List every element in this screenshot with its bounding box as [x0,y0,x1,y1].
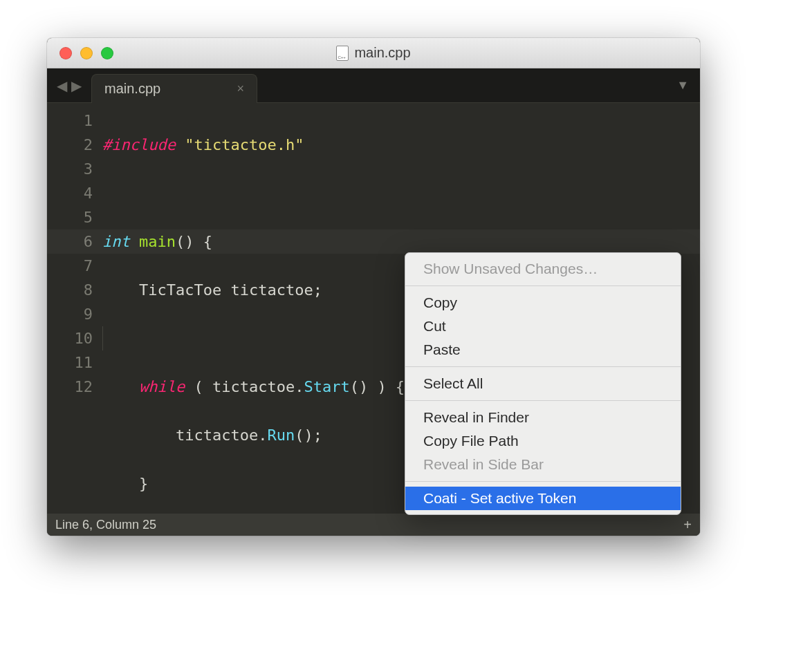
menu-show-unsaved[interactable]: Show Unsaved Changes… [405,257,681,281]
menu-copy[interactable]: Copy [405,291,681,315]
line-number: 6 [47,229,93,254]
tok: include [111,136,176,153]
tok: tictactoe; [221,281,322,299]
tab-overflow-icon[interactable]: ▼ [676,78,689,93]
file-icon [336,46,349,61]
line-number: 2 [47,133,93,157]
line-gutter: 1 2 3 4 5 6 7 8 9 10 11 12 [47,103,102,514]
line-number: 3 [47,157,93,181]
menu-coati-set-token[interactable]: Coati - Set active Token [405,487,681,510]
menu-reveal-sidebar[interactable]: Reveal in Side Bar [405,453,681,476]
menu-reveal-finder[interactable]: Reveal in Finder [405,406,681,429]
nav-forward-icon[interactable]: ▶ [71,77,82,94]
new-tab-icon[interactable]: + [683,517,692,533]
tok: int [102,233,130,250]
menu-separator [405,366,681,367]
line-number: 9 [47,302,93,326]
titlebar: main.cpp [47,38,700,68]
traffic-lights [47,47,113,59]
menu-separator [405,481,681,482]
line-number: 5 [47,205,93,229]
cursor-position: Line 6, Column 25 [55,518,156,532]
tok: } [139,475,148,492]
line-number: 1 [47,109,93,133]
tok: (); [295,426,322,444]
tok: # [102,136,111,153]
menu-copy-path[interactable]: Copy File Path [405,429,681,453]
zoom-window-button[interactable] [101,47,113,59]
nav-arrows: ◀ ▶ [47,77,91,102]
context-menu: Show Unsaved Changes… Copy Cut Paste Sel… [405,252,681,515]
line-number: 8 [47,278,93,302]
line-number: 12 [47,375,93,399]
menu-paste[interactable]: Paste [405,338,681,362]
line-number: 4 [47,181,93,205]
line-number: 10 [47,326,93,350]
window-title-text: main.cpp [354,45,410,61]
tok: "tictactoe.h" [185,136,304,153]
line-number: 7 [47,254,93,278]
close-window-button[interactable] [59,47,72,59]
menu-separator [405,400,681,401]
tok: main [139,233,176,250]
status-bar: Line 6, Column 25 + [47,514,700,536]
tok: () ) { [350,378,405,395]
tab-bar: ◀ ▶ main.cpp × ▼ [47,68,700,103]
menu-cut[interactable]: Cut [405,315,681,338]
tok: while [139,378,185,395]
window-title: main.cpp [47,45,700,61]
tab-main-cpp[interactable]: main.cpp × [91,74,257,103]
tok: TicTacToe [139,281,221,299]
line-number: 11 [47,350,93,375]
minimize-window-button[interactable] [80,47,93,59]
menu-separator [405,285,681,286]
tok: tictactoe. [176,426,267,444]
nav-back-icon[interactable]: ◀ [57,77,67,94]
tok: ( tictactoe. [185,378,304,395]
tok: Run [267,426,295,444]
close-tab-icon[interactable]: × [237,82,244,96]
menu-select-all[interactable]: Select All [405,372,681,395]
tok: Start [304,378,349,395]
tab-label: main.cpp [104,81,160,97]
tok: () { [176,233,212,250]
